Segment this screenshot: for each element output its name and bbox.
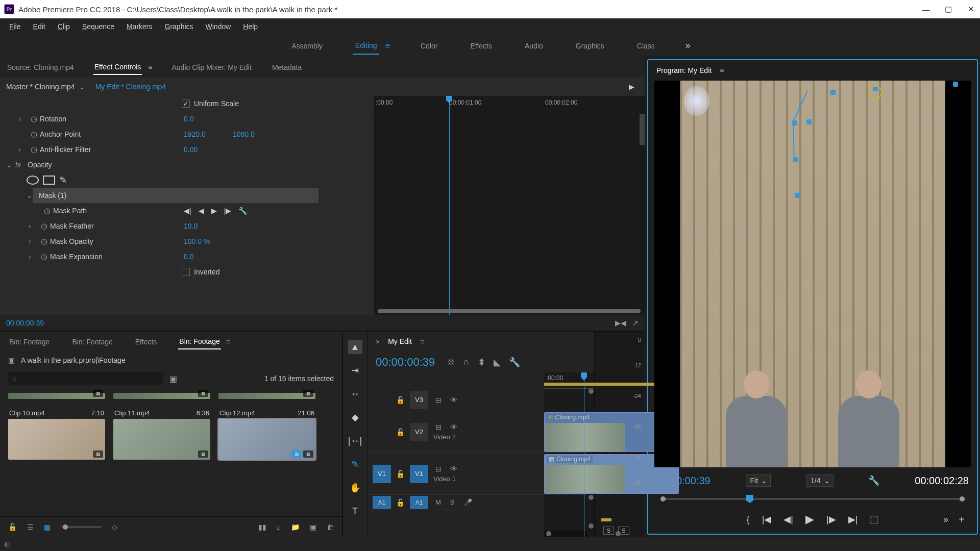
tab-source[interactable]: Source: Cloning.mp4	[6, 60, 75, 74]
program-fit-dropdown[interactable]: Fit	[746, 474, 771, 487]
effect-loop-icon[interactable]: ▶◀	[615, 319, 626, 327]
project-path-up-icon[interactable]: ▣	[8, 356, 15, 364]
sequence-clip-label[interactable]: My Edit * Cloning.mp4	[95, 83, 166, 91]
workspace-audio[interactable]: Audio	[523, 38, 545, 54]
goto-out-icon[interactable]: ▶|	[848, 514, 858, 525]
effect-playhead[interactable]	[449, 96, 450, 315]
project-lock-icon[interactable]: 🔓	[8, 523, 17, 531]
mask-vertex[interactable]	[793, 157, 798, 162]
maskopacity-stopwatch-icon[interactable]	[38, 237, 50, 246]
v1-sync-icon[interactable]: ⊟	[433, 465, 444, 473]
a1-solo-button[interactable]: S	[448, 498, 457, 506]
mask-pen-icon[interactable]: ✎	[59, 174, 67, 186]
opacity-expand-icon[interactable]	[6, 161, 15, 169]
mask-ellipse-icon[interactable]	[27, 176, 39, 185]
v2-target[interactable]: V2	[410, 423, 428, 441]
menu-clip[interactable]: Clip	[53, 20, 75, 33]
maskexpansion-stopwatch-icon[interactable]	[38, 252, 50, 261]
effect-hscroll-handle[interactable]	[378, 309, 641, 313]
workspace-graphics[interactable]: Graphics	[574, 38, 606, 54]
meter-solo-l-button[interactable]: S	[603, 527, 614, 535]
mask-vertex[interactable]	[830, 90, 836, 95]
anchor-stopwatch-icon[interactable]	[28, 130, 40, 139]
rotation-value[interactable]: 0.0	[184, 115, 214, 123]
maximize-button[interactable]: ▢	[943, 4, 953, 14]
v1-source[interactable]: V1	[373, 465, 391, 483]
automate-icon[interactable]: ▮▮	[258, 523, 266, 531]
v3-eye-icon[interactable]: 👁	[449, 396, 459, 404]
workspace-class[interactable]: Class	[635, 38, 657, 54]
maskexpansion-value[interactable]: 0.0	[184, 253, 214, 261]
list-view-icon[interactable]: ☰	[27, 523, 34, 531]
tl-vscroll-mid[interactable]	[589, 495, 594, 500]
mask-track-play-icon[interactable]: ▶	[211, 207, 217, 215]
maskopacity-value[interactable]: 100.0 %	[184, 237, 214, 245]
mask-vertex[interactable]	[795, 193, 800, 198]
menu-sequence[interactable]: Sequence	[77, 20, 119, 33]
workspace-overflow-icon[interactable]: »	[685, 40, 691, 51]
workspace-editing[interactable]: Editing	[353, 37, 379, 55]
a1-source[interactable]: A1	[373, 496, 391, 509]
mask-vertex[interactable]	[953, 82, 958, 87]
v2-lock-icon[interactable]: 🔓	[396, 428, 405, 436]
step-back-icon[interactable]: ◀|	[783, 514, 793, 525]
effect-export-icon[interactable]: ↗	[632, 319, 639, 327]
clip-item[interactable]: Clip 10.mp47:10 ▦	[8, 407, 105, 460]
program-quality-dropdown[interactable]: 1/4	[806, 474, 833, 487]
transport-add-icon[interactable]: +	[959, 514, 965, 525]
mark-in-icon[interactable]: {	[747, 514, 750, 525]
find-icon[interactable]: ⌕	[277, 523, 281, 531]
project-tab-bin2[interactable]: Bin: Footage	[71, 335, 113, 349]
program-settings-icon[interactable]: 🔧	[868, 475, 879, 486]
transport-overflow-icon[interactable]: »	[943, 514, 948, 525]
anchor-x-value[interactable]: 1920.0	[184, 130, 214, 138]
snap-icon[interactable]: ❊	[447, 357, 455, 368]
minimize-button[interactable]: —	[921, 4, 931, 14]
mask-vertex[interactable]	[806, 119, 812, 124]
close-button[interactable]: ✕	[966, 4, 976, 14]
v3-lock-icon[interactable]: 🔓	[396, 396, 405, 404]
effect-controls-menu-icon[interactable]: ≡	[148, 63, 152, 71]
razor-tool-icon[interactable]: ◆	[348, 410, 362, 424]
uniform-scale-checkbox[interactable]	[182, 99, 190, 108]
maskexpansion-expand-icon[interactable]	[29, 253, 38, 261]
icon-view-icon[interactable]: ▦	[44, 523, 51, 531]
antiflicker-expand-icon[interactable]	[18, 145, 28, 154]
mask-inverted-checkbox[interactable]	[182, 268, 190, 276]
project-search-input[interactable]	[8, 372, 163, 385]
delete-icon[interactable]: 🗑	[327, 523, 334, 531]
clip-item[interactable]: Clip 11.mp46:36 ▦	[113, 407, 210, 460]
maskfeather-expand-icon[interactable]	[29, 222, 38, 230]
v2-eye-icon[interactable]: 👁	[449, 423, 459, 431]
mask-expand-icon[interactable]	[27, 191, 36, 199]
a1-target[interactable]: A1	[410, 496, 428, 509]
v1-lock-icon[interactable]: 🔓	[396, 470, 405, 478]
play-button[interactable]: ▶	[805, 513, 814, 526]
a1-record-icon[interactable]: 🎤	[462, 498, 474, 506]
sequence-name[interactable]: My Edit	[388, 337, 412, 346]
slip-tool-icon[interactable]: |↔|	[348, 434, 362, 448]
project-tab-effects[interactable]: Effects	[134, 335, 158, 349]
menu-markers[interactable]: Markers	[121, 20, 158, 33]
tab-metadata[interactable]: Metadata	[271, 60, 303, 74]
step-forward-icon[interactable]: |▶	[826, 514, 836, 525]
mask-track-next-icon[interactable]: |▶	[224, 207, 232, 215]
program-scrubber[interactable]	[656, 492, 969, 507]
a1-lock-icon[interactable]: 🔓	[396, 498, 405, 507]
program-menu-icon[interactable]: ≡	[720, 66, 724, 74]
scrub-end-dot[interactable]	[960, 496, 965, 502]
tl-vscroll-top[interactable]	[589, 389, 594, 394]
mask-track-reverse-icon[interactable]: ◀|	[184, 207, 191, 215]
sort-icon[interactable]: ◇	[112, 523, 117, 531]
maskpath-stopwatch-icon[interactable]	[41, 206, 53, 215]
workspace-editing-menu-icon[interactable]: ≡	[385, 41, 390, 51]
marker-icon[interactable]: ◣	[494, 357, 501, 368]
goto-in-icon[interactable]: |◀	[762, 514, 772, 525]
opacity-fx-icon[interactable]: fx	[15, 161, 28, 169]
new-bin-footer-icon[interactable]: 📁	[291, 523, 300, 531]
menu-graphics[interactable]: Graphics	[160, 20, 199, 33]
rotation-expand-icon[interactable]	[18, 115, 28, 123]
antiflicker-value[interactable]: 0.00	[184, 145, 214, 154]
menu-edit[interactable]: Edit	[28, 20, 51, 33]
tab-audio-mixer[interactable]: Audio Clip Mixer: My Edit	[170, 60, 252, 74]
